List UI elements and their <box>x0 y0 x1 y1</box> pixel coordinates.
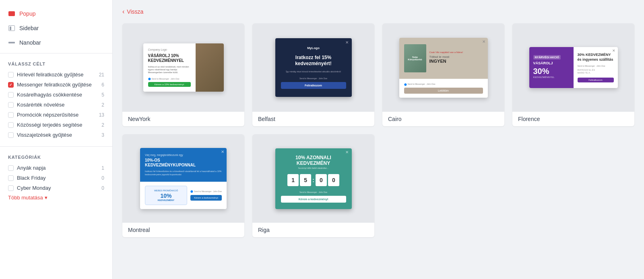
mt-messenger: ⬤ Send to Messenger · John Doe <box>190 190 222 193</box>
filter-label-messenger: Messenger feliratkozók gyűjtése <box>17 82 92 88</box>
show-more-button[interactable]: Több mutatása ▾ <box>8 193 104 202</box>
template-card-belfast[interactable]: ✕ MyLogo Iratkozz fel 15%kedvezményért! … <box>252 23 374 126</box>
checkbox-kosarertek[interactable] <box>8 102 14 108</box>
chevron-down-icon: ▾ <box>45 195 47 201</box>
rg-headline: 10% AZONNALIKEDVEZMÉNY <box>281 155 346 166</box>
filter-item-promoiok[interactable]: Promóciók népszerűsítése 13 <box>8 110 104 120</box>
filter-label-promoiok: Promóciók népszerűsítése <box>17 112 78 118</box>
filter-count-promoiok: 13 <box>99 112 104 118</box>
filter-item-messenger[interactable]: Messenger feliratkozók gyűjtése 6 <box>8 80 104 90</box>
filter-item-kozossegi[interactable]: Közösségi terjedés segítése 2 <box>8 120 104 130</box>
filter-count-kozossegi: 2 <box>101 122 104 128</box>
template-card-florence[interactable]: ✕ NYÁRVÉGI AKCIÓ VÁSÁROLJ 30% KEDVEZMÉNN… <box>512 23 634 126</box>
belfast-popup: ✕ MyLogo Iratkozz fel 15%kedvezményért! … <box>275 38 352 97</box>
fl-pct: 30% <box>533 67 570 75</box>
template-card-montreal[interactable]: ✕ Várj meg, megajándékozunk egy 10%-OSKE… <box>122 134 244 237</box>
checkbox-kosarelhagyas[interactable] <box>8 92 14 98</box>
mt-close-icon: ✕ <box>221 150 224 154</box>
fl-messenger: Send to Messenger · John Doe <box>578 65 614 67</box>
rg-digit-2: 5 <box>300 174 311 186</box>
checkbox-blackfriday[interactable] <box>8 175 14 181</box>
template-name-cairo: Cairo <box>382 112 504 126</box>
fl-badge: NYÁRVÉGI AKCIÓ <box>533 55 561 59</box>
newyork-popup: Company Logo VÁSÁROLJ 10%KEDVEZMÉNNYEL I… <box>143 43 224 92</box>
fl-right-headline: 30% KEDVEZMÉNYés ingyenes szállítás <box>578 53 614 62</box>
checkbox-promoiok[interactable] <box>8 112 14 118</box>
mt-coupon: WEBES PROMÓAKCIÓ 10% KEDVEZMÉNY <box>145 186 187 205</box>
sidebar-item-nanobar[interactable]: Nanobar <box>0 35 112 50</box>
filter-count-visszajelzesek: 3 <box>101 132 104 138</box>
fl-sub2: IRATKOZZ EL ÉSMARID TE A. <box>578 69 614 74</box>
filter-item-kosarertek[interactable]: Kosárérték növelése 2 <box>8 100 104 110</box>
rg-messenger: Send to Messenger · John Doe <box>281 191 346 193</box>
sidebar-divider-2 <box>0 146 112 147</box>
bf-text: Így mindig részt kössül értesítéseket ak… <box>281 70 346 74</box>
montreal-popup: ✕ Várj meg, megajándékozunk egy 10%-OSKE… <box>140 148 227 209</box>
filter-section-goals: VÁLASSZ CÉLT Hírlevél feliratkozók gyűjt… <box>0 57 112 143</box>
template-card-riga[interactable]: ✕ 10% AZONNALIKEDVEZMÉNY ha ennyi időn b… <box>252 134 374 237</box>
popup-icon <box>8 10 15 17</box>
rg-timer: 1 5 : 0 0 <box>281 174 346 186</box>
back-button[interactable]: ‹ Vissza <box>122 8 634 15</box>
filter-count-kosarertek: 2 <box>101 102 104 108</box>
goals-section-title: VÁLASSZ CÉLT <box>8 62 104 66</box>
rg-digit-3: 0 <box>316 174 327 186</box>
checkbox-cybermonday[interactable] <box>8 185 14 191</box>
bf-headline: Iratkozz fel 15%kedvezményért! <box>281 55 346 67</box>
template-name-florence: Florence <box>512 112 634 126</box>
rg-sep-1: : <box>312 174 314 186</box>
sidebar-item-popup[interactable]: Popup <box>0 6 112 21</box>
ny-logo: Company Logo <box>148 48 191 51</box>
fl-close-icon: ✕ <box>612 49 615 53</box>
filter-item-anyaknapja[interactable]: Anyák napja 1 <box>8 163 104 173</box>
cairo-title: INGYEN <box>429 59 483 64</box>
template-preview-riga: ✕ 10% AZONNALIKEDVEZMÉNY ha ennyi időn b… <box>252 134 374 223</box>
fl-subtext: KEDVEZMÉNNYEL <box>533 76 570 78</box>
mt-coupon-sub: KEDVEZMÉNY <box>149 199 184 201</box>
mt-subtext: Iratkozz fel hírlevelünkre és a következ… <box>145 170 222 176</box>
rg-subtext: ha ennyi időn belül vásárolsz... <box>281 167 346 169</box>
mt-coupon-label: WEBES PROMÓAKCIÓ <box>149 189 184 192</box>
filter-count-hirlevel: 21 <box>99 72 104 78</box>
template-card-cairo[interactable]: ✕ SzépKönyv­borító Csak Viki napjából va… <box>382 23 504 126</box>
template-name-newyork: NewYork <box>122 112 244 126</box>
filter-item-blackfriday[interactable]: Black Friday 0 <box>8 173 104 183</box>
bf-btn: Feliratkozom <box>281 82 346 89</box>
filter-item-hirlevel[interactable]: Hírlevél feliratkozók gyűjtése 21 <box>8 70 104 80</box>
checkbox-visszajelzesek[interactable] <box>8 132 14 138</box>
ny-text: Indítsa el az első rendelését, mert mind… <box>148 66 191 74</box>
cairo-popup: ✕ SzépKönyv­borító Csak Viki napjából va… <box>399 38 488 98</box>
template-preview-belfast: ✕ MyLogo Iratkozz fel 15%kedvezményért! … <box>252 23 374 112</box>
template-grid: Company Logo VÁSÁROLJ 10%KEDVEZMÉNNYEL I… <box>122 23 634 237</box>
main-content: ‹ Vissza Company Logo VÁSÁROLJ 10%KEDVEZ… <box>113 0 644 279</box>
filter-label-kosarertek: Kosárérték növelése <box>17 102 65 108</box>
florence-popup: ✕ NYÁRVÉGI AKCIÓ VÁSÁROLJ 30% KEDVEZMÉNN… <box>529 47 618 88</box>
filter-item-visszajelzesek[interactable]: Visszajelzések gyűjtése 3 <box>8 130 104 140</box>
template-preview-newyork: Company Logo VÁSÁROLJ 10%KEDVEZMÉNNYEL I… <box>122 23 244 112</box>
ny-messenger: ⬤ Send to Messenger · John Doe <box>148 77 191 80</box>
cairo-banner: Csak Viki napjából van a fiúkra! <box>429 51 483 53</box>
sidebar-item-nanobar-label: Nanobar <box>19 39 41 46</box>
sidebar-item-sidebar-label: Sidebar <box>19 25 39 31</box>
template-name-riga: Riga <box>252 223 374 237</box>
show-more-label: Több mutatása <box>8 195 43 201</box>
checkbox-kozossegi[interactable] <box>8 122 14 128</box>
riga-popup: ✕ 10% AZONNALIKEDVEZMÉNY ha ennyi időn b… <box>275 148 352 209</box>
cairo-btn: Letöltöm <box>404 88 483 94</box>
filter-item-kosarelhagyas[interactable]: Kosárelhagyás csökkentése 5 <box>8 90 104 100</box>
filter-section-kategoriak: KATEGÓRIÁK Anyák napja 1 Black Friday 0 … <box>0 150 112 205</box>
filter-item-cybermonday[interactable]: Cyber Monday 0 <box>8 183 104 193</box>
bf-logo: MyLogo <box>281 46 346 50</box>
cairo-header: ✕ SzépKönyv­borító Csak Viki napjából va… <box>399 38 488 79</box>
fl-headline: VÁSÁROLJ <box>533 61 570 66</box>
rg-close-icon: ✕ <box>345 150 349 154</box>
bf-close-icon: ✕ <box>345 40 349 45</box>
filter-label-blackfriday: Black Friday <box>17 175 46 181</box>
template-preview-cairo: ✕ SzépKönyv­borító Csak Viki napjából va… <box>382 23 504 112</box>
checkbox-messenger[interactable] <box>8 82 14 88</box>
filter-count-messenger: 6 <box>101 82 104 88</box>
checkbox-hirlevel[interactable] <box>8 72 14 78</box>
sidebar-item-sidebar[interactable]: Sidebar <box>0 21 112 35</box>
checkbox-anyaknapja[interactable] <box>8 165 14 171</box>
template-card-newyork[interactable]: Company Logo VÁSÁROLJ 10%KEDVEZMÉNNYEL I… <box>122 23 244 126</box>
